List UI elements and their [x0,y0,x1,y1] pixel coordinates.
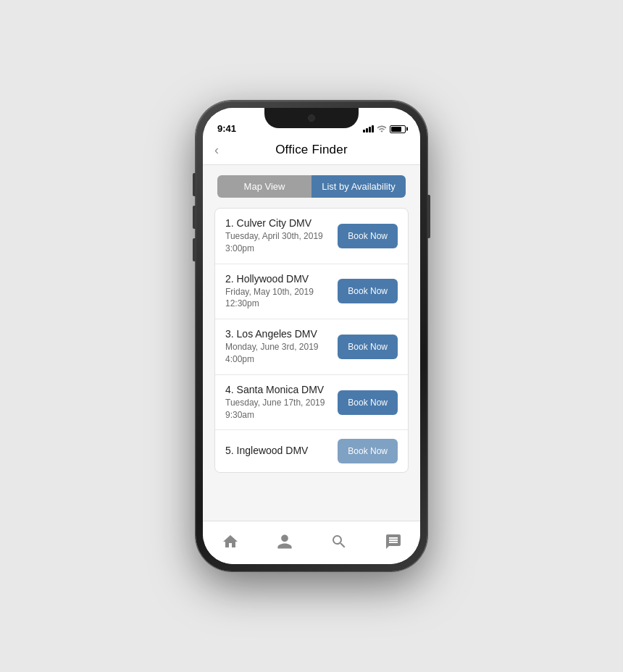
list-item: 3. Los Angeles DMV Monday, June 3rd, 201… [215,319,408,375]
list-item: 5. Inglewood DMV Book Now [215,430,408,472]
dmv-list: 1. Culver City DMV Tuesday, April 30th, … [214,208,409,473]
phone-screen: 9:41 ‹ Offi [203,108,420,564]
book-now-button-2[interactable]: Book Now [338,279,398,303]
book-now-button-1[interactable]: Book Now [338,224,398,248]
list-item: 4. Santa Monica DMV Tuesday, June 17th, … [215,375,408,431]
home-icon [222,533,239,550]
book-now-button-4[interactable]: Book Now [338,390,398,415]
item-info: 4. Santa Monica DMV Tuesday, June 17th, … [225,384,338,421]
view-toggle: Map View List by Availability [217,175,406,198]
tab-chat[interactable] [366,533,420,550]
camera [308,114,315,122]
app-header: ‹ Office Finder [203,137,420,165]
item-name: 3. Los Angeles DMV [225,328,338,340]
item-name: 2. Hollywood DMV [225,273,338,285]
item-info: 3. Los Angeles DMV Monday, June 3rd, 201… [225,328,338,366]
toggle-container: Map View List by Availability [203,165,420,208]
item-date: Friday, May 10th, 2019 12:30pm [225,286,338,311]
book-now-button-3[interactable]: Book Now [338,335,398,359]
tab-bar [203,521,420,564]
chat-icon [385,533,402,550]
back-button[interactable]: ‹ [214,143,219,156]
search-icon [330,533,348,550]
status-icons [363,124,406,134]
map-view-toggle[interactable]: Map View [217,175,312,198]
signal-icon [363,125,374,133]
notch [264,108,359,128]
phone-frame: 9:41 ‹ Offi [196,101,427,571]
main-content: Map View List by Availability 1. Culver … [203,165,420,521]
wifi-icon [377,124,387,134]
item-info: 5. Inglewood DMV [225,445,338,458]
list-item: 2. Hollywood DMV Friday, May 10th, 2019 … [215,264,408,320]
item-date: Monday, June 3rd, 2019 4:00pm [225,341,338,366]
page-title: Office Finder [275,143,348,157]
person-icon [276,533,293,550]
tab-home[interactable] [203,533,257,550]
item-date: Tuesday, June 17th, 2019 9:30am [225,397,338,421]
tab-search[interactable] [312,533,366,550]
item-date: Tuesday, April 30th, 2019 3:00pm [225,230,338,255]
list-view-toggle[interactable]: List by Availability [312,175,406,198]
book-now-button-5[interactable]: Book Now [338,439,398,463]
item-name: 4. Santa Monica DMV [225,384,338,395]
battery-icon [390,125,406,133]
item-info: 1. Culver City DMV Tuesday, April 30th, … [225,217,338,255]
item-info: 2. Hollywood DMV Friday, May 10th, 2019 … [225,273,338,311]
item-name: 1. Culver City DMV [225,217,338,229]
item-name: 5. Inglewood DMV [225,445,338,456]
status-time: 9:41 [217,123,236,134]
list-item: 1. Culver City DMV Tuesday, April 30th, … [215,209,408,264]
tab-profile[interactable] [257,533,312,550]
